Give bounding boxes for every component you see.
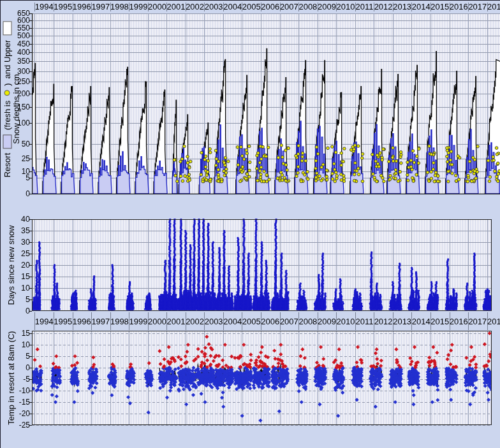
p1-ytick-300: 300: [2, 67, 30, 76]
top-year-label-1999: 1999: [129, 2, 147, 11]
p1-ytick-50: 50: [2, 140, 30, 148]
p3-ytick--10: -10: [2, 386, 30, 395]
p1-ytick-150: 150: [2, 103, 30, 112]
p3-ytick-0: 0: [2, 363, 30, 372]
mid-year-label-2017: 2017: [468, 317, 487, 326]
p2-ytick-40: 40: [2, 215, 30, 224]
p3-ytick--20: -20: [2, 409, 30, 418]
mid-year-label-2000: 2000: [148, 317, 166, 326]
p2-ytick-25: 25: [2, 249, 30, 258]
top-year-label-2005: 2005: [242, 2, 261, 11]
p2-ytick-30: 30: [2, 238, 30, 247]
p1-ytick-250: 250: [2, 77, 30, 86]
mid-year-label-1996: 1996: [73, 317, 91, 326]
chart-canvas: [1, 1, 500, 448]
top-year-label-2002: 2002: [186, 2, 204, 11]
p1-ytick-350: 350: [2, 57, 30, 66]
mid-year-label-2010: 2010: [337, 317, 355, 326]
p1-ytick-400: 400: [2, 48, 30, 57]
top-year-label-2017: 2017: [468, 2, 487, 11]
top-year-label-1996: 1996: [73, 2, 91, 11]
top-year-label-2003: 2003: [205, 2, 223, 11]
p3-ytick-15: 15: [2, 329, 30, 338]
top-year-label-2011: 2011: [356, 2, 374, 11]
p3-ytick--5: -5: [2, 375, 30, 384]
top-year-label-2014: 2014: [412, 2, 430, 11]
mid-year-label-2018: 2018: [487, 317, 500, 326]
mid-year-label-1995: 1995: [54, 317, 72, 326]
p3-ytick-10: 10: [2, 340, 30, 349]
p2-ytick-5: 5: [2, 295, 30, 304]
top-year-label-1994: 1994: [35, 2, 54, 11]
mid-year-label-2001: 2001: [167, 317, 186, 326]
top-year-label-2018: 2018: [487, 2, 500, 11]
mid-year-label-2014: 2014: [412, 317, 430, 326]
p2-ytick-20: 20: [2, 261, 30, 270]
p1-ytick-0: 0: [2, 189, 30, 198]
mid-year-label-1999: 1999: [129, 317, 147, 326]
top-year-label-2006: 2006: [261, 2, 279, 11]
mid-year-label-1998: 1998: [110, 317, 129, 326]
p1-ytick-5: 5: [2, 173, 30, 182]
mid-year-label-1994: 1994: [35, 317, 54, 326]
mid-year-label-2007: 2007: [280, 317, 298, 326]
top-year-label-1995: 1995: [54, 2, 72, 11]
mid-year-label-2015: 2015: [430, 317, 449, 326]
mid-year-label-2013: 2013: [393, 317, 411, 326]
p1-ytick-25: 25: [2, 154, 30, 163]
p2-ytick-15: 15: [2, 272, 30, 281]
mid-year-label-2004: 2004: [223, 317, 242, 326]
mid-year-label-2012: 2012: [374, 317, 393, 326]
mid-year-label-1997: 1997: [91, 317, 110, 326]
p3-ytick--15: -15: [2, 398, 30, 407]
top-year-label-2007: 2007: [280, 2, 298, 11]
p1-ytick-100: 100: [2, 119, 30, 127]
mid-year-label-2008: 2008: [298, 317, 317, 326]
top-year-label-2015: 2015: [430, 2, 449, 11]
top-year-label-2012: 2012: [374, 2, 393, 11]
mid-year-label-2011: 2011: [356, 317, 374, 326]
top-year-label-2009: 2009: [318, 2, 336, 11]
p2-ytick-10: 10: [2, 284, 30, 293]
top-year-label-2016: 2016: [450, 2, 468, 11]
p3-ytick--25: -25: [2, 421, 30, 430]
top-year-label-2013: 2013: [393, 2, 411, 11]
mid-year-label-2006: 2006: [261, 317, 279, 326]
top-year-label-2004: 2004: [223, 2, 242, 11]
top-year-label-1998: 1998: [110, 2, 129, 11]
p1-ytick-450: 450: [2, 40, 30, 48]
top-year-label-2010: 2010: [337, 2, 355, 11]
p3-ytick-5: 5: [2, 352, 30, 361]
top-year-label-2008: 2008: [298, 2, 317, 11]
p2-ytick-0: 0: [2, 307, 30, 315]
top-year-label-1997: 1997: [91, 2, 110, 11]
mid-year-label-2002: 2002: [186, 317, 204, 326]
mid-year-label-2009: 2009: [318, 317, 336, 326]
p2-ytick-35: 35: [2, 226, 30, 235]
mid-year-label-2005: 2005: [242, 317, 261, 326]
mid-year-label-2016: 2016: [450, 317, 468, 326]
mid-year-label-2003: 2003: [205, 317, 223, 326]
snow-history-chart: Resort (fresh is ) and Upper Snow depths…: [0, 0, 500, 448]
top-year-label-2000: 2000: [148, 2, 166, 11]
p1-ytick-200: 200: [2, 89, 30, 98]
top-year-label-2001: 2001: [167, 2, 186, 11]
